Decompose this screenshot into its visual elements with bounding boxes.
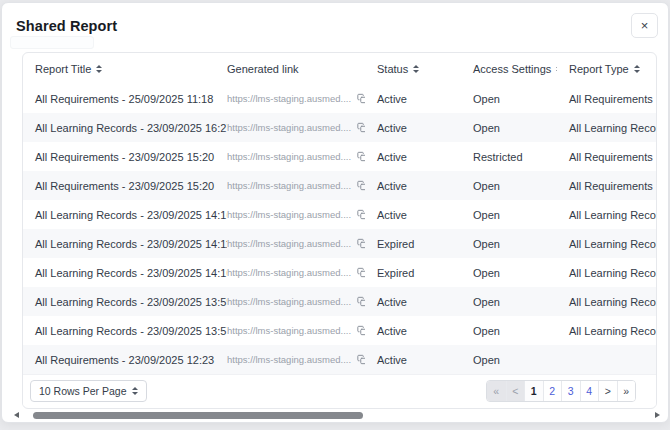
column-label: Access Settings [473, 63, 551, 75]
status-cell: Expired [365, 238, 461, 250]
generated-link-cell: https://lms-staging.ausmed.... [227, 209, 365, 220]
copy-link-icon[interactable] [357, 122, 365, 133]
copy-link-icon[interactable] [357, 151, 365, 162]
status-cell: Active [365, 354, 461, 366]
generated-link-text: https://lms-staging.ausmed.... [227, 267, 351, 278]
copy-link-icon[interactable] [357, 267, 365, 278]
report-type-cell: All Learning Records [557, 325, 656, 337]
generated-link-cell: https://lms-staging.ausmed.... [227, 354, 365, 365]
shared-report-modal: Shared Report × Report TitleGenerated li… [1, 2, 669, 423]
table-footer: 10 Rows Per Page «<1234>» [23, 374, 656, 406]
generated-link-text: https://lms-staging.ausmed.... [227, 325, 351, 336]
page-4-button[interactable]: 4 [580, 381, 599, 401]
column-header-report-title[interactable]: Report Title [23, 63, 227, 75]
table-row: All Learning Records - 23/09/2025 16:27h… [23, 113, 656, 142]
table-row: All Learning Records - 23/09/2025 14:16h… [23, 200, 656, 229]
copy-link-icon[interactable] [357, 238, 365, 249]
access-settings-cell: Open [461, 238, 557, 250]
column-header-generated-link: Generated link [227, 63, 365, 75]
column-header-access-settings[interactable]: Access Settings [461, 63, 557, 75]
horizontal-scrollbar [14, 411, 660, 419]
access-settings-cell: Open [461, 93, 557, 105]
report-type-cell: All Learning Records [557, 122, 656, 134]
access-settings-cell: Open [461, 209, 557, 221]
page-3-button[interactable]: 3 [561, 381, 580, 401]
sort-icon [634, 65, 640, 73]
column-label: Status [377, 63, 408, 75]
generated-link-text: https://lms-staging.ausmed.... [227, 180, 351, 191]
status-cell: Active [365, 151, 461, 163]
access-settings-cell: Open [461, 267, 557, 279]
first-page-button[interactable]: « [487, 381, 506, 401]
table-row: All Learning Records - 23/09/2025 14:11h… [23, 229, 656, 258]
report-type-cell: All Learning Records [557, 296, 656, 308]
status-cell: Active [365, 296, 461, 308]
report-title-cell: All Requirements - 23/09/2025 12:23 [23, 354, 227, 366]
generated-link-cell: https://lms-staging.ausmed.... [227, 151, 365, 162]
access-settings-cell: Open [461, 354, 557, 366]
table-row: All Learning Records - 23/09/2025 13:59h… [23, 287, 656, 316]
sort-icon [96, 65, 102, 73]
generated-link-cell: https://lms-staging.ausmed.... [227, 267, 365, 278]
scrollbar-track[interactable] [23, 412, 651, 419]
prev-page-button[interactable]: < [506, 381, 525, 401]
copy-link-icon[interactable] [357, 180, 365, 191]
generated-link-cell: https://lms-staging.ausmed.... [227, 325, 365, 336]
copy-link-icon[interactable] [357, 354, 365, 365]
pagination: «<1234>» [486, 380, 636, 402]
report-title-cell: All Requirements - 25/09/2025 11:18 [23, 93, 227, 105]
report-type-cell: All Requirements [557, 151, 656, 163]
report-type-cell: All Learning Records [557, 209, 656, 221]
column-header-status[interactable]: Status [365, 63, 461, 75]
report-type-cell: All Learning Records [557, 267, 656, 279]
page-2-button[interactable]: 2 [543, 381, 562, 401]
generated-link-text: https://lms-staging.ausmed.... [227, 122, 351, 133]
table-row: All Requirements - 23/09/2025 15:20https… [23, 171, 656, 200]
generated-link-cell: https://lms-staging.ausmed.... [227, 180, 365, 191]
generated-link-text: https://lms-staging.ausmed.... [227, 354, 351, 365]
access-settings-cell: Open [461, 122, 557, 134]
copy-link-icon[interactable] [357, 296, 365, 307]
report-type-cell: All Requirements [557, 93, 656, 105]
report-type-cell: All Learning Records [557, 238, 656, 250]
scroll-left-icon[interactable] [14, 412, 19, 418]
sort-icon [413, 65, 419, 73]
page-title: Shared Report [16, 18, 117, 34]
report-type-cell: All Requirements [557, 180, 656, 192]
rows-per-page-select[interactable]: 10 Rows Per Page [30, 380, 147, 402]
next-page-button[interactable]: > [598, 381, 617, 401]
copy-link-icon[interactable] [357, 325, 365, 336]
page-1-button[interactable]: 1 [524, 381, 543, 401]
generated-link-text: https://lms-staging.ausmed.... [227, 151, 351, 162]
status-cell: Expired [365, 267, 461, 279]
generated-link-cell: https://lms-staging.ausmed.... [227, 296, 365, 307]
report-title-cell: All Learning Records - 23/09/2025 13:59 [23, 296, 227, 308]
table-row: All Requirements - 25/09/2025 11:18https… [23, 84, 656, 113]
access-settings-cell: Open [461, 296, 557, 308]
scroll-right-icon[interactable] [655, 412, 660, 418]
report-title-cell: All Learning Records - 23/09/2025 14:10 [23, 267, 227, 279]
access-settings-cell: Open [461, 180, 557, 192]
access-settings-cell: Restricted [461, 151, 557, 163]
report-title-cell: All Requirements - 23/09/2025 15:20 [23, 180, 227, 192]
close-button[interactable]: × [631, 13, 658, 38]
copy-link-icon[interactable] [357, 209, 365, 220]
column-label: Generated link [227, 63, 299, 75]
chevron-updown-icon [132, 387, 138, 395]
scrollbar-thumb[interactable] [33, 412, 363, 419]
status-cell: Active [365, 209, 461, 221]
column-label: Report Type [569, 63, 629, 75]
status-cell: Active [365, 180, 461, 192]
copy-link-icon[interactable] [357, 93, 365, 104]
report-title-cell: All Learning Records - 23/09/2025 13:57 [23, 325, 227, 337]
generated-link-text: https://lms-staging.ausmed.... [227, 238, 351, 249]
generated-link-cell: https://lms-staging.ausmed.... [227, 238, 365, 249]
column-header-report-type[interactable]: Report Type [557, 63, 656, 75]
last-page-button[interactable]: » [617, 381, 636, 401]
generated-link-text: https://lms-staging.ausmed.... [227, 93, 351, 104]
status-cell: Active [365, 325, 461, 337]
column-label: Report Title [35, 63, 91, 75]
generated-link-cell: https://lms-staging.ausmed.... [227, 122, 365, 133]
table-row: All Requirements - 23/09/2025 12:23https… [23, 345, 656, 374]
table-row: All Requirements - 23/09/2025 15:20https… [23, 142, 656, 171]
